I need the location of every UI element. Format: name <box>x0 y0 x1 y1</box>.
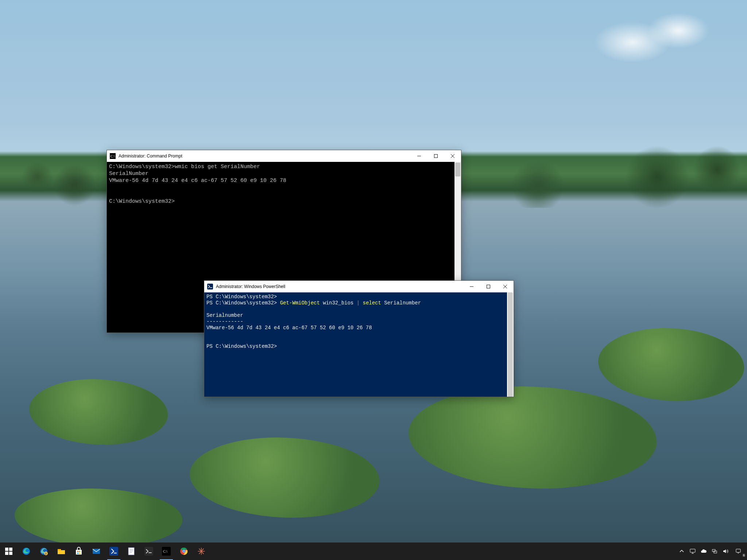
tray-network[interactable] <box>709 542 720 560</box>
taskbar-store[interactable] <box>70 542 88 560</box>
speaker-icon <box>723 548 728 554</box>
svg-rect-23 <box>79 553 80 554</box>
wallpaper-vegetation <box>598 328 744 401</box>
cmd-title: Administrator: Command Prompt <box>119 153 411 159</box>
tray-action-center[interactable]: 6 <box>731 542 746 560</box>
tray-volume[interactable] <box>720 542 731 560</box>
cloud-icon <box>701 548 707 554</box>
svg-rect-20 <box>77 551 78 552</box>
ps-close-button[interactable] <box>497 281 514 292</box>
taskbar-edge[interactable] <box>18 542 35 560</box>
taskbar-terminal[interactable] <box>140 542 158 560</box>
taskbar-chrome[interactable] <box>175 542 193 560</box>
svg-point-36 <box>183 550 185 552</box>
claude-icon <box>197 547 206 556</box>
powershell-window[interactable]: Administrator: Windows PowerShell PS C:\… <box>204 280 514 397</box>
notification-icon <box>735 548 741 554</box>
svg-line-38 <box>201 549 204 551</box>
network-icon <box>712 548 717 554</box>
powershell-icon <box>207 284 213 289</box>
taskbar-pinned: D C:\ <box>0 542 210 560</box>
cmd-titlebar[interactable]: C:\ Administrator: Command Prompt <box>107 150 461 162</box>
taskbar-mail[interactable] <box>88 542 105 560</box>
svg-rect-19 <box>58 549 61 551</box>
store-icon <box>74 547 83 556</box>
ps-maximize-button[interactable] <box>480 281 497 292</box>
svg-rect-12 <box>9 548 12 551</box>
svg-rect-13 <box>5 552 8 555</box>
svg-rect-50 <box>736 549 740 552</box>
monitor-icon <box>690 548 696 554</box>
wallpaper-clouds <box>587 7 740 66</box>
svg-rect-3 <box>434 155 438 158</box>
edge-dev-icon: D <box>39 547 48 556</box>
svg-rect-24 <box>93 549 100 554</box>
wallpaper-vegetation <box>29 379 168 445</box>
svg-rect-11 <box>5 548 8 551</box>
ps-title: Administrator: Windows PowerShell <box>216 284 463 289</box>
svg-rect-14 <box>9 552 12 555</box>
ps-scrollbar-thumb[interactable] <box>508 292 513 397</box>
tray-overflow[interactable] <box>676 542 687 560</box>
svg-rect-26 <box>128 548 134 555</box>
folder-icon <box>57 547 66 556</box>
ps-scrollbar[interactable] <box>507 292 514 397</box>
taskbar-claude[interactable] <box>193 542 210 560</box>
ps-titlebar[interactable]: Administrator: Windows PowerShell <box>204 281 514 292</box>
taskbar-powershell[interactable] <box>105 542 123 560</box>
taskbar-cmd[interactable]: C:\ <box>158 542 175 560</box>
ps-body[interactable]: PS C:\Windows\system32> PS C:\Windows\sy… <box>204 292 514 397</box>
svg-rect-21 <box>79 551 80 552</box>
cmd-minimize-button[interactable] <box>411 150 427 162</box>
cmd-scrollbar-thumb[interactable] <box>455 163 460 176</box>
svg-rect-45 <box>690 549 695 552</box>
tray-onedrive[interactable] <box>698 542 709 560</box>
taskbar-file-explorer[interactable] <box>53 542 70 560</box>
wallpaper-vegetation <box>15 489 182 547</box>
cmd-icon: C:\ <box>110 153 116 159</box>
cmd-icon: C:\ <box>162 547 171 556</box>
windows-logo-icon <box>4 547 13 556</box>
cmd-close-button[interactable] <box>444 150 461 162</box>
start-button[interactable] <box>0 542 18 560</box>
ps-output: PS C:\Windows\system32> PS C:\Windows\sy… <box>204 292 507 397</box>
taskbar: D C:\ <box>0 542 747 560</box>
taskbar-notepad[interactable] <box>123 542 140 560</box>
powershell-icon <box>109 547 118 556</box>
wallpaper-vegetation <box>409 386 657 489</box>
edge-icon <box>22 547 31 556</box>
wallpaper-vegetation <box>190 438 379 518</box>
svg-line-40 <box>201 551 204 554</box>
desktop[interactable]: C:\ Administrator: Command Prompt C:\Win… <box>0 0 747 560</box>
svg-text:C:\: C:\ <box>163 549 167 553</box>
mail-icon <box>92 547 101 556</box>
svg-rect-30 <box>144 547 153 556</box>
svg-line-44 <box>199 549 201 551</box>
svg-line-42 <box>199 551 201 554</box>
terminal-icon <box>144 547 153 556</box>
cmd-maximize-button[interactable] <box>427 150 444 162</box>
svg-text:C:\: C:\ <box>111 154 115 158</box>
notification-count: 6 <box>742 553 746 557</box>
chevron-up-icon <box>679 548 685 554</box>
tray-vm-tools[interactable] <box>687 542 698 560</box>
chrome-icon <box>179 547 188 556</box>
svg-text:D: D <box>45 552 47 555</box>
ps-minimize-button[interactable] <box>463 281 480 292</box>
system-tray: 6 <box>676 542 747 560</box>
taskbar-edge-dev[interactable]: D <box>35 542 53 560</box>
svg-rect-22 <box>77 553 78 554</box>
svg-rect-8 <box>487 285 490 288</box>
notepad-icon <box>127 547 136 556</box>
